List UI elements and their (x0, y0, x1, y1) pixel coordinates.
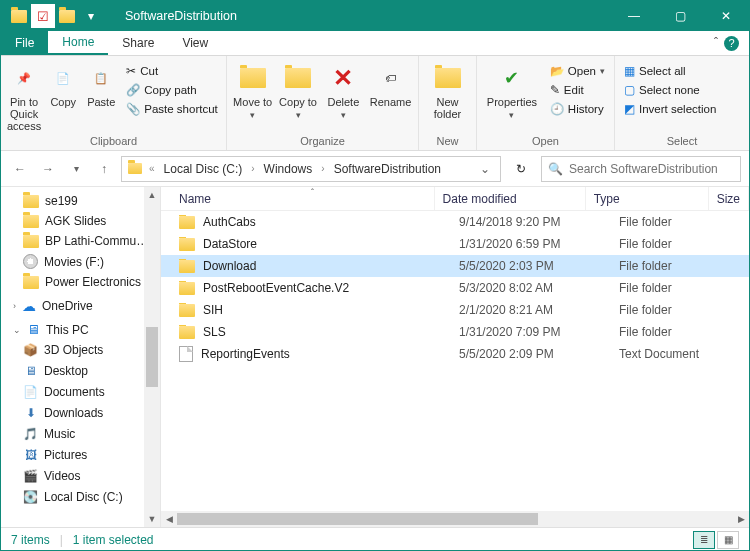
rename-button[interactable]: 🏷 Rename (369, 60, 412, 108)
selectnone-button[interactable]: ▢Select none (621, 81, 719, 99)
maximize-button[interactable]: ▢ (657, 1, 703, 31)
forward-button[interactable]: → (37, 158, 59, 180)
qat-newfolder-icon[interactable] (55, 4, 79, 28)
file-rows[interactable]: AuthCabs9/14/2018 9:20 PMFile folderData… (161, 211, 749, 511)
thispc-item[interactable]: 🎵Music (1, 423, 160, 444)
folder-icon (23, 276, 39, 289)
breadcrumb[interactable]: Windows (262, 162, 315, 176)
navigation-pane[interactable]: se199📌AGK SlidesBP Lathi-Commu…Movies (F… (1, 187, 161, 527)
chevron-right-icon[interactable]: › (248, 163, 257, 174)
scroll-up-icon[interactable]: ▲ (144, 187, 160, 203)
history-button[interactable]: 🕘History (547, 100, 608, 118)
pin-label: Pin to Quick access (7, 96, 41, 132)
file-icon (179, 346, 193, 362)
thispc-item[interactable]: 📄Documents (1, 381, 160, 402)
quickaccess-item[interactable]: Power Electronics (1, 272, 160, 292)
nav-item-label: 3D Objects (44, 343, 103, 357)
thispc-item[interactable]: 💽Local Disc (C:) (1, 486, 160, 507)
thumbnails-view-button[interactable]: ▦ (717, 531, 739, 549)
table-row[interactable]: ReportingEvents5/5/2020 2:09 PMText Docu… (161, 343, 749, 365)
onedrive-node[interactable]: › ☁ OneDrive (1, 292, 160, 316)
column-type[interactable]: Type (586, 187, 709, 210)
qat-folder-icon[interactable] (7, 4, 31, 28)
device-icon: 🖥 (23, 363, 38, 378)
scroll-thumb[interactable] (146, 327, 158, 387)
nav-scrollbar[interactable]: ▲ ▼ (144, 187, 160, 527)
thispc-item[interactable]: ⬇Downloads (1, 402, 160, 423)
quickaccess-item[interactable]: Movies (F:) (1, 251, 160, 272)
minimize-button[interactable]: — (611, 1, 657, 31)
quickaccess-item[interactable]: AGK Slides (1, 211, 160, 231)
tab-view[interactable]: View (168, 31, 222, 55)
paste-label: Paste (87, 96, 115, 108)
copyto-button[interactable]: Copy to ▾ (278, 60, 317, 120)
tab-home[interactable]: Home (48, 31, 108, 55)
chevron-right-icon[interactable]: › (318, 163, 327, 174)
column-size[interactable]: Size (709, 187, 749, 210)
thispc-node[interactable]: ⌄ 🖥 This PC (1, 316, 160, 339)
properties-button[interactable]: ✔ Properties ▾ (483, 60, 541, 120)
quickaccess-item[interactable]: BP Lathi-Commu… (1, 231, 160, 251)
close-button[interactable]: ✕ (703, 1, 749, 31)
device-icon: 📄 (23, 384, 38, 399)
paste-button[interactable]: 📋 Paste (85, 60, 117, 108)
chevron-right-icon[interactable]: « (146, 163, 158, 174)
file-menu[interactable]: File (1, 31, 48, 55)
thispc-item[interactable]: 🖥Desktop (1, 360, 160, 381)
search-input[interactable] (569, 162, 734, 176)
open-button[interactable]: 📂Open ▾ (547, 62, 608, 80)
address-history-dropdown[interactable]: ⌄ (476, 162, 494, 176)
breadcrumb[interactable]: Local Disc (C:) (162, 162, 245, 176)
quickaccess-item[interactable]: se199📌 (1, 191, 160, 211)
qat-properties-icon[interactable]: ☑ (31, 4, 55, 28)
group-organize-label: Organize (233, 133, 412, 150)
scroll-right-icon[interactable]: ▶ (733, 514, 749, 524)
table-row[interactable]: SIH2/1/2020 8:21 AMFile folder (161, 299, 749, 321)
table-row[interactable]: Download5/5/2020 2:03 PMFile folder (161, 255, 749, 277)
newfolder-button[interactable]: New folder (425, 60, 470, 120)
table-row[interactable]: PostRebootEventCache.V25/3/2020 8:02 AMF… (161, 277, 749, 299)
cut-button[interactable]: ✂Cut (123, 62, 221, 80)
pc-icon: 🖥 (27, 322, 40, 337)
thispc-item[interactable]: 🖼Pictures (1, 444, 160, 465)
pasteshortcut-button[interactable]: 📎Paste shortcut (123, 100, 221, 118)
nav-item-label: se199 (45, 194, 78, 208)
folder-icon (23, 215, 39, 228)
scroll-left-icon[interactable]: ◀ (161, 514, 177, 524)
back-button[interactable]: ← (9, 158, 31, 180)
chevron-down-icon[interactable]: ⌄ (13, 325, 21, 335)
refresh-button[interactable]: ↻ (507, 156, 535, 182)
address-bar[interactable]: « Local Disc (C:) › Windows › SoftwareDi… (121, 156, 501, 182)
copy-button[interactable]: 📄 Copy (47, 60, 79, 108)
up-button[interactable]: ↑ (93, 158, 115, 180)
details-view-button[interactable]: ≣ (693, 531, 715, 549)
search-box[interactable]: 🔍 (541, 156, 741, 182)
edit-button[interactable]: ✎Edit (547, 81, 608, 99)
scroll-thumb[interactable] (177, 513, 538, 525)
breadcrumb[interactable]: SoftwareDistribution (332, 162, 443, 176)
table-row[interactable]: SLS1/31/2020 7:09 PMFile folder (161, 321, 749, 343)
table-row[interactable]: AuthCabs9/14/2018 9:20 PMFile folder (161, 211, 749, 233)
copypath-button[interactable]: 🔗Copy path (123, 81, 221, 99)
recent-dropdown[interactable]: ▾ (65, 158, 87, 180)
table-row[interactable]: DataStore1/31/2020 6:59 PMFile folder (161, 233, 749, 255)
help-icon[interactable]: ? (724, 36, 739, 51)
pin-quickaccess-button[interactable]: 📌 Pin to Quick access (7, 60, 41, 132)
file-name: ReportingEvents (201, 347, 290, 361)
moveto-button[interactable]: Move to ▾ (233, 60, 272, 120)
thispc-item[interactable]: 🎬Videos (1, 465, 160, 486)
column-name[interactable]: Name (161, 187, 435, 210)
tab-share[interactable]: Share (108, 31, 168, 55)
horizontal-scrollbar[interactable]: ◀ ▶ (161, 511, 749, 527)
column-date[interactable]: Date modified (435, 187, 586, 210)
thispc-item[interactable]: 📦3D Objects (1, 339, 160, 360)
cloud-icon: ☁ (22, 298, 36, 314)
invertselection-button[interactable]: ◩Invert selection (621, 100, 719, 118)
selectall-button[interactable]: ▦Select all (621, 62, 719, 80)
chevron-right-icon[interactable]: › (13, 301, 16, 311)
collapse-ribbon-icon[interactable]: ˆ (714, 36, 718, 50)
folder-icon (179, 282, 195, 295)
delete-button[interactable]: ✕ Delete ▾ (324, 60, 363, 120)
scroll-down-icon[interactable]: ▼ (144, 511, 160, 527)
qat-dropdown-icon[interactable]: ▾ (79, 4, 103, 28)
